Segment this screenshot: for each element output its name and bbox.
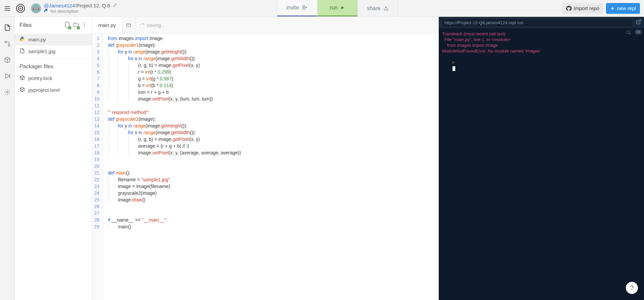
file-name: pyproject.toml xyxy=(28,87,60,93)
sidebar-settings-icon[interactable] xyxy=(4,89,11,97)
svg-point-7 xyxy=(303,6,305,8)
new-repl-label: new repl xyxy=(617,5,636,11)
file-item[interactable]: main.py xyxy=(15,34,92,45)
sidebar-files-icon[interactable] xyxy=(4,24,11,32)
edit-title-icon[interactable] xyxy=(113,3,117,8)
svg-line-22 xyxy=(630,33,631,34)
invite-label: invite xyxy=(286,5,299,11)
terminal-clear-icon[interactable] xyxy=(635,30,641,36)
line-gutter: 1234567891011121314151617181920212223242… xyxy=(92,34,103,300)
terminal-prompt: > xyxy=(452,60,455,65)
terminal-cursor xyxy=(453,66,455,71)
new-repl-button[interactable]: new repl xyxy=(606,3,640,14)
packager-item[interactable]: pyproject.toml xyxy=(15,84,92,96)
hamburger-menu[interactable] xyxy=(0,5,15,12)
svg-point-18 xyxy=(84,26,85,27)
svg-point-21 xyxy=(627,31,630,34)
username-link[interactable]: @James4124 xyxy=(44,3,75,8)
tab-main[interactable]: main.py xyxy=(92,17,122,33)
editor-tabs: main.py saving... xyxy=(92,17,439,34)
plus-icon xyxy=(610,6,615,11)
sidebar-packages-icon[interactable] xyxy=(4,57,11,65)
main-area: Files + + main.pysample1.jpg Packager fi… xyxy=(0,17,644,300)
share-label: share xyxy=(367,5,381,11)
language-icon xyxy=(44,8,48,14)
new-folder-button[interactable]: + xyxy=(73,22,79,29)
replit-logo-icon[interactable] xyxy=(15,3,26,14)
tab-layout-button[interactable] xyxy=(122,17,135,33)
play-icon xyxy=(340,5,345,10)
help-button[interactable]: ? xyxy=(626,282,638,294)
tab-label: main.py xyxy=(98,22,116,28)
file-item[interactable]: sample1.jpg xyxy=(15,45,92,57)
refresh-icon xyxy=(140,23,145,28)
icon-sidebar xyxy=(0,17,15,300)
svg-rect-19 xyxy=(127,24,131,27)
terminal-tools xyxy=(626,30,641,36)
run-button[interactable]: run xyxy=(317,0,358,16)
terminal-url-bar xyxy=(439,17,644,28)
file-icon xyxy=(20,87,25,93)
run-label: run xyxy=(330,5,337,11)
sidebar-debugger-icon[interactable] xyxy=(4,73,11,81)
center-actions: invite run share xyxy=(277,0,398,16)
svg-point-17 xyxy=(84,24,85,25)
github-icon xyxy=(566,5,572,11)
saving-indicator: saving... xyxy=(135,22,170,28)
packager-list: poetry.lockpyproject.toml xyxy=(15,72,92,96)
file-name: main.py xyxy=(28,37,46,42)
new-file-button[interactable]: + xyxy=(64,22,70,29)
invite-button[interactable]: invite xyxy=(277,0,317,16)
saving-label: saving... xyxy=(147,22,166,28)
packager-header: Packager files xyxy=(15,59,92,72)
terminal-body[interactable]: Traceback (most recent call last): File … xyxy=(439,28,644,300)
project-description: No description xyxy=(50,9,78,14)
import-repo-button[interactable]: import repo xyxy=(562,3,603,14)
terminal-panel: Traceback (most recent call last): File … xyxy=(439,17,644,300)
svg-point-16 xyxy=(84,23,85,24)
files-more-button[interactable] xyxy=(82,22,87,29)
file-icon xyxy=(20,36,25,43)
breadcrumb: @James4124 / Project 12. Q.6 No descript… xyxy=(44,3,117,14)
files-header: Files + + xyxy=(15,17,92,34)
svg-point-13 xyxy=(8,45,10,46)
open-external-icon[interactable] xyxy=(636,19,641,26)
sidebar-version-icon[interactable] xyxy=(4,40,11,48)
share-icon xyxy=(383,6,389,11)
svg-point-6 xyxy=(45,9,46,9)
project-name: Project 12. Q.6 xyxy=(76,3,110,8)
editor-panel: main.py saving... 1234567891011121314151… xyxy=(92,17,439,300)
file-icon xyxy=(20,75,25,81)
packager-item[interactable]: poetry.lock xyxy=(15,72,92,84)
file-list: main.pysample1.jpg xyxy=(15,34,92,57)
code-editor[interactable]: 1234567891011121314151617181920212223242… xyxy=(92,34,439,300)
code-lines: from images import Imagedef grayscale1(i… xyxy=(103,34,439,300)
svg-point-5 xyxy=(20,7,22,9)
import-repo-label: import repo xyxy=(574,5,599,11)
file-name: poetry.lock xyxy=(28,75,52,81)
terminal-url-input[interactable] xyxy=(441,18,633,27)
file-icon xyxy=(20,48,25,54)
right-actions: import repo new repl xyxy=(558,3,644,14)
share-button[interactable]: share xyxy=(358,0,398,16)
svg-point-12 xyxy=(5,41,6,43)
file-name: sample1.jpg xyxy=(28,48,56,54)
terminal-output: Traceback (most recent call last): File … xyxy=(442,31,641,54)
files-panel: Files + + main.pysample1.jpg Packager fi… xyxy=(15,17,92,300)
help-label: ? xyxy=(630,285,634,292)
topbar: 🤖 @James4124 / Project 12. Q.6 No descri… xyxy=(0,0,644,17)
terminal-search-icon[interactable] xyxy=(626,30,631,36)
user-avatar[interactable]: 🤖 xyxy=(31,3,41,13)
files-title: Files xyxy=(20,22,62,29)
person-plus-icon xyxy=(301,5,308,11)
svg-point-15 xyxy=(6,91,8,93)
